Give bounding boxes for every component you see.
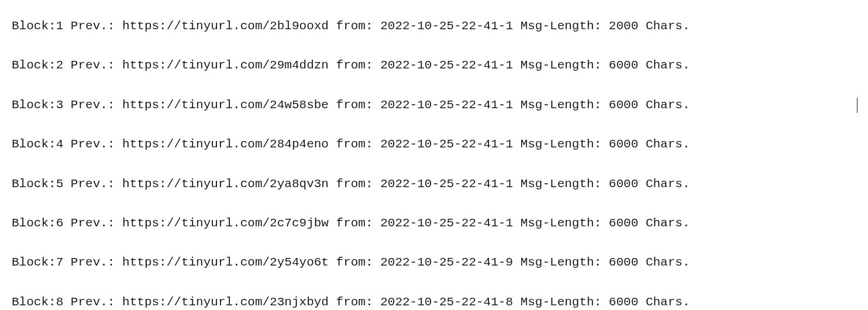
block-number: 4 (56, 137, 64, 151)
log-line: Block:4 Prev.: https://tinyurl.com/284p4… (12, 136, 856, 153)
prev-url: https://tinyurl.com/2ya8qv3n (122, 177, 329, 191)
prev-url: https://tinyurl.com/2y54yo6t (122, 256, 329, 269)
prev-url: https://tinyurl.com/284p4eno (122, 137, 329, 151)
log-line: Block:2 Prev.: https://tinyurl.com/29m4d… (12, 57, 856, 74)
msglen-label: Msg-Length: (521, 177, 602, 191)
chars-label: Chars. (646, 216, 690, 230)
block-number: 2 (56, 58, 64, 72)
block-number: 3 (56, 98, 64, 112)
block-label: Block: (12, 19, 56, 33)
from-value: 2022-10-25-22-41-1 (380, 19, 513, 33)
log-line: Block:1 Prev.: https://tinyurl.com/2bl9o… (12, 18, 856, 35)
block-label: Block: (12, 216, 56, 230)
chars-label: Chars. (646, 58, 690, 72)
from-value: 2022-10-25-22-41-1 (380, 216, 513, 230)
msglen-value: 6000 (609, 98, 638, 112)
block-number: 7 (56, 256, 64, 269)
prev-label: Prev.: (71, 98, 115, 112)
block-label: Block: (12, 256, 56, 269)
msglen-label: Msg-Length: (521, 256, 602, 269)
block-label: Block: (12, 58, 56, 72)
msglen-label: Msg-Length: (521, 137, 602, 151)
prev-label: Prev.: (71, 177, 115, 191)
log-line: Block:3 Prev.: https://tinyurl.com/24w58… (12, 97, 856, 113)
block-number: 8 (56, 295, 64, 309)
chars-label: Chars. (646, 19, 690, 33)
from-label: from: (336, 58, 373, 72)
prev-label: Prev.: (71, 137, 115, 151)
msglen-label: Msg-Length: (521, 295, 602, 309)
chars-label: Chars. (646, 256, 690, 269)
msglen-value: 6000 (609, 177, 638, 191)
log-line: Block:6 Prev.: https://tinyurl.com/2c7c9… (12, 215, 856, 232)
from-label: from: (336, 137, 373, 151)
prev-label: Prev.: (71, 58, 115, 72)
msglen-label: Msg-Length: (521, 98, 602, 112)
from-value: 2022-10-25-22-41-9 (380, 256, 513, 269)
chars-label: Chars. (646, 98, 690, 112)
msglen-value: 2000 (609, 19, 638, 33)
msglen-value: 6000 (609, 58, 638, 72)
from-label: from: (336, 98, 373, 112)
from-value: 2022-10-25-22-41-1 (380, 137, 513, 151)
msglen-value: 6000 (609, 256, 638, 269)
msglen-label: Msg-Length: (521, 19, 602, 33)
msglen-value: 6000 (609, 216, 638, 230)
from-label: from: (336, 216, 373, 230)
from-label: from: (336, 177, 373, 191)
chars-label: Chars. (646, 295, 690, 309)
from-value: 2022-10-25-22-41-1 (380, 177, 513, 191)
log-line: Block:5 Prev.: https://tinyurl.com/2ya8q… (12, 175, 856, 192)
block-number: 5 (56, 177, 64, 191)
block-label: Block: (12, 137, 56, 151)
prev-url: https://tinyurl.com/24w58sbe (122, 98, 329, 112)
block-label: Block: (12, 177, 56, 191)
from-label: from: (336, 19, 373, 33)
log-line: Block:7 Prev.: https://tinyurl.com/2y54y… (12, 254, 856, 271)
prev-label: Prev.: (71, 256, 115, 269)
block-number: 1 (56, 19, 64, 33)
prev-url: https://tinyurl.com/2bl9ooxd (122, 19, 329, 33)
msglen-value: 6000 (609, 295, 638, 309)
prev-label: Prev.: (71, 216, 115, 230)
block-label: Block: (12, 295, 56, 309)
msglen-label: Msg-Length: (521, 58, 602, 72)
chars-label: Chars. (646, 177, 690, 191)
from-label: from: (336, 256, 373, 269)
prev-url: https://tinyurl.com/2c7c9jbw (122, 216, 329, 230)
log-output: Block:1 Prev.: https://tinyurl.com/2bl9o… (12, 18, 856, 310)
block-number: 6 (56, 216, 64, 230)
prev-url: https://tinyurl.com/23njxbyd (122, 295, 329, 309)
msglen-label: Msg-Length: (521, 216, 602, 230)
log-line: Block:8 Prev.: https://tinyurl.com/23njx… (12, 294, 856, 310)
msglen-value: 6000 (609, 137, 638, 151)
prev-label: Prev.: (71, 19, 115, 33)
chars-label: Chars. (646, 137, 690, 151)
prev-url: https://tinyurl.com/29m4ddzn (122, 58, 329, 72)
from-value: 2022-10-25-22-41-1 (380, 58, 513, 72)
block-label: Block: (12, 98, 56, 112)
from-label: from: (336, 295, 373, 309)
from-value: 2022-10-25-22-41-8 (380, 295, 513, 309)
from-value: 2022-10-25-22-41-1 (380, 98, 513, 112)
prev-label: Prev.: (71, 295, 115, 309)
